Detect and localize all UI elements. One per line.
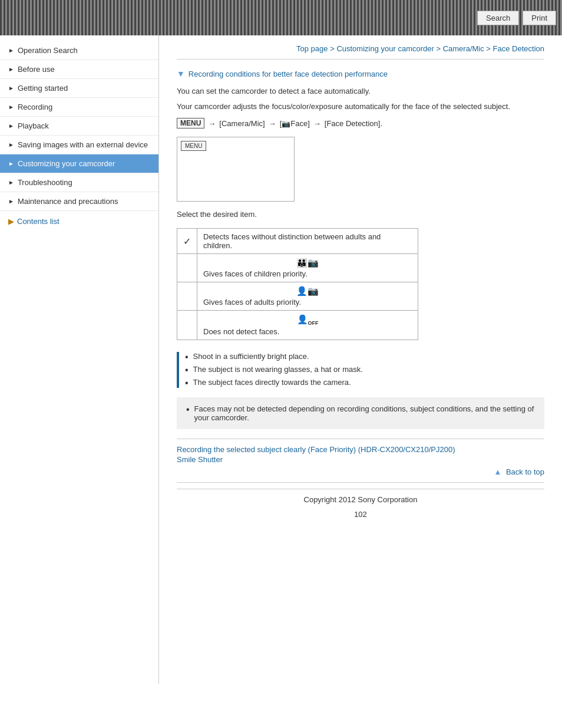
screenshot-menu-btn: MENU	[181, 141, 206, 151]
body-line2: Your camcorder adjusts the focus/color/e…	[177, 101, 544, 113]
section-heading-text: Recording conditions for better face det…	[189, 70, 388, 78]
bullet-icon: •	[185, 365, 189, 375]
sidebar: ► Operation Search ► Before use ► Gettin…	[0, 35, 159, 684]
print-button[interactable]: Print	[523, 11, 556, 25]
arrow-right-icon: ▶	[8, 217, 14, 226]
chevron-right-icon: ►	[8, 179, 14, 186]
page-header: Search Print	[0, 0, 562, 35]
notice-row: • Faces may not be detected depending on…	[186, 404, 535, 422]
sidebar-item-saving-images[interactable]: ► Saving images with an external device	[0, 136, 158, 154]
chevron-right-icon: ►	[8, 123, 14, 129]
chevron-right-icon: ►	[8, 141, 14, 148]
menu-path2: [📷Face]	[280, 119, 310, 128]
off-icon: 👤OFF	[203, 314, 412, 326]
sidebar-item-label: Saving images with an external device	[18, 140, 148, 149]
option-description: 👤📷 Gives faces of adults priority.	[197, 282, 418, 311]
breadcrumb: Top page > Customizing your camcorder > …	[177, 44, 544, 53]
bullet-icon: •	[185, 378, 189, 388]
note-text-2: The subject is not wearing glasses, a ha…	[193, 365, 363, 374]
body-line1: You can set the camcorder to detect a fa…	[177, 85, 544, 97]
option-check-empty3	[177, 311, 197, 340]
children-icon: 👪📷	[203, 258, 412, 268]
copyright-text: Copyright 2012 Sony Corporation	[304, 495, 418, 504]
table-row: ✓ Detects faces without distinction betw…	[177, 229, 418, 254]
menu-instruction: MENU → [Camera/Mic] → [📷Face] → [Face De…	[177, 118, 544, 129]
note-text-3: The subject faces directly towards the c…	[193, 378, 351, 387]
note-text-1: Shoot in a sufficiently bright place.	[193, 352, 309, 361]
notice-box: • Faces may not be detected depending on…	[177, 397, 544, 429]
sidebar-item-troubleshooting[interactable]: ► Troubleshooting	[0, 173, 158, 192]
footer: Copyright 2012 Sony Corporation	[177, 489, 544, 506]
sidebar-item-label: Recording	[18, 103, 52, 111]
back-to-top-label: Back to top	[506, 467, 544, 476]
sidebar-item-label: Troubleshooting	[18, 178, 72, 187]
sidebar-item-playback[interactable]: ► Playback	[0, 117, 158, 136]
chevron-right-icon: ►	[8, 104, 14, 110]
breadcrumb-sep1: >	[328, 44, 337, 53]
note-bullet-2: • The subject is not wearing glasses, a …	[185, 365, 544, 375]
sidebar-item-customizing[interactable]: ► Customizing your camcorder	[0, 154, 158, 173]
option-check-empty2	[177, 282, 197, 311]
sidebar-item-label: Getting started	[18, 84, 68, 93]
table-row: 👪📷 Gives faces of children priority.	[177, 254, 418, 282]
sidebar-item-label: Maintenance and precautions	[18, 197, 118, 206]
sidebar-item-recording[interactable]: ► Recording	[0, 98, 158, 117]
adults-icon: 👤📷	[203, 286, 412, 297]
sidebar-item-label: Playback	[18, 121, 49, 130]
select-text: Select the desired item.	[177, 210, 544, 219]
arrow-sym3: →	[313, 119, 321, 128]
triangle-icon: ▼	[177, 69, 185, 78]
arrow-sym2: →	[269, 119, 276, 128]
table-row: 👤OFF Does not detect faces.	[177, 311, 418, 340]
breadcrumb-sep3: >	[484, 44, 493, 53]
arrow-sym: →	[208, 119, 216, 128]
note-bullet-3: • The subject faces directly towards the…	[185, 378, 544, 388]
breadcrumb-top[interactable]: Top page	[296, 44, 328, 53]
screenshot-box: MENU	[177, 137, 295, 202]
menu-path3: [Face Detection].	[325, 119, 382, 128]
sidebar-item-maintenance[interactable]: ► Maintenance and precautions	[0, 192, 158, 211]
bottom-link-2[interactable]: Smile Shutter	[177, 455, 544, 464]
notice-text: Faces may not be detected depending on r…	[194, 404, 535, 422]
chevron-right-icon: ►	[8, 85, 14, 91]
contents-list-label: Contents list	[17, 217, 59, 226]
breadcrumb-camera-mic[interactable]: Camera/Mic	[443, 44, 484, 53]
section-heading: ▼ Recording conditions for better face d…	[177, 69, 544, 78]
chevron-right-icon: ►	[8, 198, 14, 205]
note-section: • Shoot in a sufficiently bright place. …	[177, 352, 544, 388]
search-button[interactable]: Search	[477, 11, 519, 25]
menu-path1: [Camera/Mic]	[219, 119, 265, 128]
breadcrumb-face-detection: Face Detection	[493, 44, 544, 53]
menu-box: MENU	[177, 118, 204, 129]
sidebar-item-before-use[interactable]: ► Before use	[0, 60, 158, 79]
breadcrumb-sep2: >	[434, 44, 443, 53]
footer-divider	[177, 482, 544, 483]
page-number: 102	[177, 510, 544, 519]
note-bullet-1: • Shoot in a sufficiently bright place.	[185, 352, 544, 362]
contents-list-link[interactable]: ▶ Contents list	[0, 211, 158, 232]
bottom-divider	[177, 439, 544, 439]
option-check: ✓	[177, 229, 197, 254]
triangle-up-icon: ▲	[494, 467, 501, 476]
table-row: 👤📷 Gives faces of adults priority.	[177, 282, 418, 311]
sidebar-item-operation-search[interactable]: ► Operation Search	[0, 41, 158, 60]
bottom-links: Recording the selected subject clearly (…	[177, 445, 544, 464]
option-description: 👤OFF Does not detect faces.	[197, 311, 418, 340]
sidebar-item-label: Operation Search	[18, 46, 78, 55]
back-to-top[interactable]: ▲ Back to top	[177, 467, 544, 476]
sidebar-item-getting-started[interactable]: ► Getting started	[0, 79, 158, 98]
chevron-right-icon: ►	[8, 47, 14, 54]
notice-bullet-icon: •	[186, 404, 190, 415]
option-description: Detects faces without distinction betwee…	[197, 229, 418, 254]
sidebar-item-label: Before use	[18, 65, 55, 74]
top-divider	[177, 59, 544, 60]
chevron-right-icon: ►	[8, 160, 14, 167]
chevron-right-icon: ►	[8, 66, 14, 73]
option-check-empty	[177, 254, 197, 282]
page-layout: ► Operation Search ► Before use ► Gettin…	[0, 35, 562, 684]
sidebar-item-label: Customizing your camcorder	[18, 159, 115, 168]
bottom-link-1[interactable]: Recording the selected subject clearly (…	[177, 445, 544, 454]
bullet-icon: •	[185, 353, 189, 362]
options-table: ✓ Detects faces without distinction betw…	[177, 228, 418, 340]
breadcrumb-customizing[interactable]: Customizing your camcorder	[336, 44, 434, 53]
